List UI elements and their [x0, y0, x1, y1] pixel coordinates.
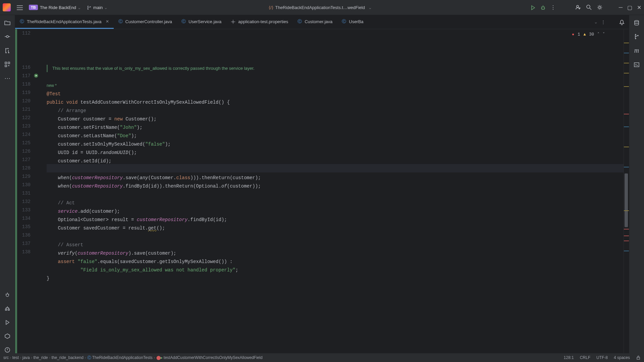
scrollbar-thumb[interactable] [625, 173, 628, 227]
code-line: customer.setLastName("Doe"); [47, 132, 624, 140]
pull-requests-icon[interactable] [4, 47, 11, 54]
java-icon: Ⓒ [20, 18, 24, 24]
svg-rect-5 [5, 62, 7, 64]
code-line: } [47, 274, 624, 283]
gradle-tool-icon[interactable] [634, 33, 640, 40]
class-icon: Ⓒ [87, 355, 91, 360]
breadcrumb-segment[interactable]: java [22, 355, 30, 360]
build-tool-icon[interactable] [4, 332, 10, 340]
code-line: customer.setIsOnlyMySexAllowed("false"); [47, 140, 624, 149]
code-line: assert "false".equals(savedCustomer.getI… [47, 258, 624, 266]
code-area[interactable]: ● 1 ▲ 30 ˄ ˅ This test ensures that the … [47, 29, 624, 353]
branch-selector[interactable]: main ⌄ [84, 5, 110, 10]
tab-userservice-java[interactable]: ⒸUserService.java [177, 15, 226, 29]
debug-button[interactable] [540, 4, 546, 10]
breadcrumb[interactable]: src › test › java › the_ride › the_ride_… [3, 355, 263, 361]
breadcrumb-segment[interactable]: the_ride_backend [51, 355, 83, 360]
tab-userba[interactable]: ⒸUserBa [337, 15, 368, 29]
code-line: // Act [47, 199, 624, 207]
breadcrumb-segment[interactable]: the_ride [33, 355, 48, 360]
indent-config[interactable]: 4 spaces [614, 355, 630, 360]
maximize-window-button[interactable]: ▢ [627, 4, 632, 11]
svg-point-1 [577, 5, 579, 7]
svg-point-3 [599, 6, 601, 8]
breadcrumb-segment[interactable]: test [12, 355, 19, 360]
branch-name: main [93, 5, 103, 10]
run-gutter-icon[interactable] [34, 73, 38, 78]
code-line: // Assert [47, 241, 624, 249]
project-tool-icon[interactable] [4, 19, 11, 26]
branch-icon [87, 5, 91, 10]
tab-label: UserBa [349, 19, 363, 24]
tabs-bar: ⒸTheRideBackEndApplicationTests.java✕ⒸCu… [15, 15, 629, 29]
code-line: when(customerRepository.findById(id)).th… [47, 182, 624, 191]
breadcrumb-class[interactable]: TheRideBackEndApplicationTests [92, 355, 153, 360]
close-window-button[interactable]: ✕ [637, 4, 641, 11]
breadcrumb-segment[interactable]: src [3, 355, 9, 360]
code-line: "Field is_only_my_sex_allowed was not ha… [47, 266, 624, 274]
run-config-selector[interactable]: ⟨/⟩ TheRideBackEndApplicationTests.t…wed… [110, 5, 530, 10]
file-icon: ⟨/⟩ [269, 5, 273, 10]
tab-dropdown-chevron[interactable]: ⌄ [594, 19, 598, 24]
debug-tool-icon[interactable] [4, 291, 10, 298]
readonly-lock-icon[interactable] [636, 355, 641, 360]
tab-more-button[interactable]: ⋮ [601, 19, 605, 24]
chevron-down-icon: ⌄ [77, 5, 81, 10]
chevron-down-icon: ⌄ [104, 5, 108, 10]
code-line: @Test [47, 90, 624, 98]
error-stripe[interactable] [624, 29, 629, 353]
tab-label: Customer.java [305, 19, 332, 24]
caret-position[interactable]: 128:1 [564, 355, 574, 360]
titlebar: TB The Ride BackEnd ⌄ main ⌄ ⟨/⟩ TheRide… [0, 0, 644, 15]
code-line: Optional<Customer> result = customerRepo… [47, 216, 624, 224]
file-encoding[interactable]: UTF-8 [596, 355, 608, 360]
project-selector[interactable]: TB The Ride BackEnd ⌄ [26, 5, 84, 10]
main-area: ⋯ ⒸTheRideBackEndApplicationTests.java✕Ⓒ… [0, 15, 644, 353]
chevron-down-icon: ⌄ [368, 5, 372, 10]
commit-tool-icon[interactable] [4, 33, 11, 40]
main-menu-button[interactable] [13, 3, 26, 12]
line-separator[interactable]: CRLF [580, 355, 590, 360]
code-line: public void testAddCustomerWithCorrectIs… [47, 98, 624, 107]
run-tool-icon[interactable] [5, 319, 10, 326]
code-line: Customer savedCustomer = result.get(); [47, 224, 624, 232]
minimize-window-button[interactable]: ─ [619, 4, 623, 10]
terminal-right-icon[interactable] [634, 61, 640, 68]
code-line: // Arrange [47, 107, 624, 115]
code-with-me-icon[interactable] [575, 4, 581, 11]
svg-rect-14 [637, 357, 640, 359]
inspection-widget[interactable]: ● 1 ▲ 30 ˄ ˅ [572, 31, 605, 39]
more-tools-icon[interactable]: ⋯ [4, 74, 10, 82]
app-icon [3, 3, 11, 11]
svg-rect-7 [5, 65, 7, 67]
search-icon[interactable] [586, 4, 592, 11]
maven-tool-icon[interactable]: m [634, 47, 639, 54]
notifications-icon[interactable] [619, 19, 625, 25]
warning-count: 30 [589, 31, 594, 39]
right-toolbar: m [629, 15, 644, 353]
editor-body[interactable]: 1121161171181191201211221231241251261271… [15, 29, 629, 353]
error-count: 1 [578, 31, 580, 39]
java-icon: Ⓒ [181, 18, 186, 24]
tab-application-test-properties[interactable]: application-test.properties [226, 15, 293, 29]
project-badge: TB [29, 5, 38, 10]
prev-highlight-icon[interactable]: ˄ [597, 31, 599, 39]
breadcrumb-method[interactable]: testAddCustomerWithCorrectIsOnlyMySexAll… [164, 355, 263, 360]
database-tool-icon[interactable] [634, 19, 640, 26]
settings-icon[interactable] [597, 4, 603, 11]
close-icon[interactable]: ✕ [106, 19, 109, 24]
code-line [47, 191, 624, 199]
run-button[interactable] [530, 4, 536, 10]
gutter-icons [34, 29, 47, 353]
tab-customer-java[interactable]: ⒸCustomer.java [293, 15, 337, 29]
structure-tool-icon[interactable] [4, 61, 11, 68]
java-icon: Ⓒ [342, 18, 346, 24]
svg-point-4 [6, 36, 8, 38]
tab-theridebackendapplicationtests-java[interactable]: ⒸTheRideBackEndApplicationTests.java✕ [15, 15, 114, 29]
tab-customercontroller-java[interactable]: ⒸCustomerController.java [114, 15, 177, 29]
next-highlight-icon[interactable]: ˅ [603, 31, 605, 39]
code-line: service.add(customer); [47, 207, 624, 216]
more-run-button[interactable]: ⋮ [550, 4, 556, 11]
hierarchy-tool-icon[interactable] [4, 305, 10, 312]
problems-tool-icon[interactable] [4, 346, 10, 353]
